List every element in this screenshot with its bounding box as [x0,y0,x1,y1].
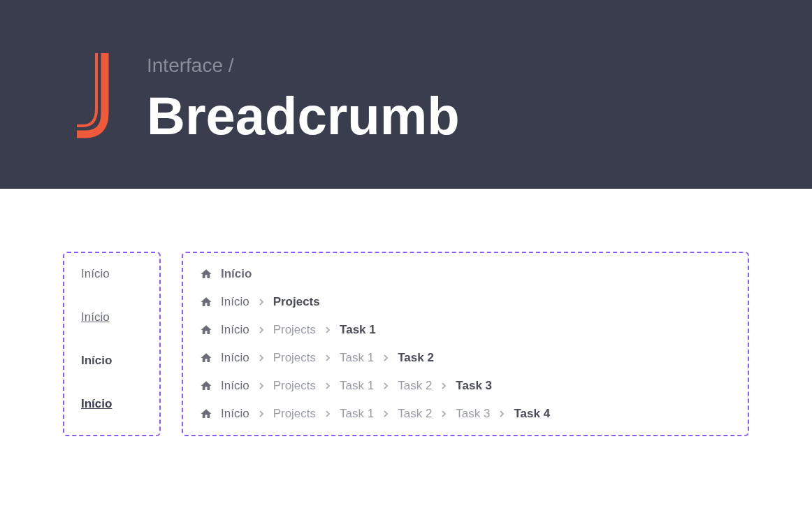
home-icon[interactable] [200,268,212,280]
breadcrumb-item[interactable]: Início [221,379,249,393]
breadcrumb-item[interactable]: Task 1 [340,407,374,421]
variant-bold-underline[interactable]: Início [81,397,143,411]
breadcrumb-item[interactable]: Task 1 [340,379,374,393]
chevron-right-icon [258,326,265,333]
breadcrumb-item[interactable]: Projects [273,407,316,421]
breadcrumb-item[interactable]: Task 2 [398,407,432,421]
breadcrumb-item: Task 3 [456,379,492,393]
chevron-right-icon [324,354,331,361]
chevron-right-icon [440,410,447,417]
home-icon[interactable] [200,296,212,308]
home-icon[interactable] [200,352,212,364]
breadcrumb-item: Projects [273,295,320,309]
breadcrumb-item: Task 1 [340,323,376,337]
breadcrumb-row: InícioProjects [200,295,731,309]
header-text-block: Interface / Breadcrumb [147,49,460,143]
breadcrumb-row: InícioProjectsTask 1Task 2Task 3 [200,379,731,393]
chevron-right-icon [324,326,331,333]
breadcrumb-row: Início [200,267,731,281]
chevron-right-icon [258,299,265,305]
breadcrumb-item[interactable]: Projects [273,323,316,337]
examples-box: InícioInícioProjectsInícioProjectsTask 1… [182,252,749,436]
breadcrumb-row: InícioProjectsTask 1 [200,323,731,337]
logo-j-icon [63,49,119,147]
breadcrumb-item[interactable]: Projects [273,351,316,365]
home-icon[interactable] [200,324,212,336]
home-icon[interactable] [200,380,212,392]
header-category: Interface / [147,55,460,77]
variant-plain[interactable]: Início [81,267,143,281]
chevron-right-icon [498,410,505,417]
chevron-right-icon [382,382,389,389]
chevron-right-icon [258,382,265,389]
breadcrumb-item[interactable]: Task 1 [340,351,374,365]
breadcrumb-item[interactable]: Task 2 [398,379,432,393]
chevron-right-icon [258,410,265,417]
variant-bold[interactable]: Início [81,354,143,368]
breadcrumb-item[interactable]: Início [221,351,249,365]
chevron-right-icon [258,354,265,361]
page-header: Interface / Breadcrumb [0,0,812,189]
breadcrumb-item[interactable]: Início [221,295,249,309]
chevron-right-icon [324,410,331,417]
content-area: Início Início Início Início InícioInício… [0,189,812,436]
home-icon[interactable] [200,408,212,420]
variant-underline[interactable]: Início [81,310,143,324]
breadcrumb-item[interactable]: Início [221,407,249,421]
breadcrumb-item[interactable]: Task 3 [456,407,490,421]
chevron-right-icon [382,410,389,417]
breadcrumb-row: InícioProjectsTask 1Task 2Task 3Task 4 [200,407,731,421]
chevron-right-icon [324,382,331,389]
variants-box: Início Início Início Início [63,252,161,436]
chevron-right-icon [382,354,389,361]
breadcrumb-row: InícioProjectsTask 1Task 2 [200,351,731,365]
page-title: Breadcrumb [147,89,460,143]
breadcrumb-item: Task 2 [398,351,434,365]
breadcrumb-item[interactable]: Início [221,323,249,337]
chevron-right-icon [440,382,447,389]
breadcrumb-item: Início [221,267,252,281]
breadcrumb-item[interactable]: Projects [273,379,316,393]
breadcrumb-item: Task 4 [514,407,550,421]
